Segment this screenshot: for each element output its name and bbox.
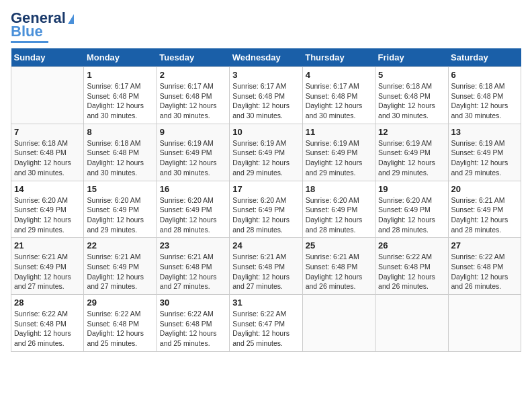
calendar-header-row: SundayMondayTuesdayWednesdayThursdayFrid… <box>11 48 521 67</box>
calendar-cell: 3Sunrise: 6:17 AM Sunset: 6:48 PM Daylig… <box>230 67 302 124</box>
day-info: Sunrise: 6:17 AM Sunset: 6:48 PM Dayligh… <box>87 81 153 121</box>
day-number: 14 <box>14 184 81 194</box>
day-number: 23 <box>160 240 226 250</box>
day-info: Sunrise: 6:21 AM Sunset: 6:48 PM Dayligh… <box>160 252 226 291</box>
calendar-cell: 24Sunrise: 6:21 AM Sunset: 6:48 PM Dayli… <box>230 238 302 295</box>
day-number: 6 <box>451 70 518 80</box>
calendar-cell: 2Sunrise: 6:17 AM Sunset: 6:48 PM Daylig… <box>157 67 229 124</box>
calendar-cell: 26Sunrise: 6:22 AM Sunset: 6:48 PM Dayli… <box>375 238 448 295</box>
day-number: 1 <box>87 70 153 80</box>
calendar-table: SundayMondayTuesdayWednesdayThursdayFrid… <box>11 48 521 352</box>
calendar-week-3: 14Sunrise: 6:20 AM Sunset: 6:49 PM Dayli… <box>11 181 521 238</box>
day-info: Sunrise: 6:21 AM Sunset: 6:48 PM Dayligh… <box>306 252 372 291</box>
header-wednesday: Wednesday <box>230 48 302 67</box>
calendar-cell: 14Sunrise: 6:20 AM Sunset: 6:49 PM Dayli… <box>11 181 84 238</box>
day-info: Sunrise: 6:19 AM Sunset: 6:49 PM Dayligh… <box>306 138 372 178</box>
calendar-cell: 28Sunrise: 6:22 AM Sunset: 6:48 PM Dayli… <box>11 295 84 352</box>
day-number: 30 <box>160 298 226 308</box>
calendar-cell: 22Sunrise: 6:21 AM Sunset: 6:49 PM Dayli… <box>84 238 157 295</box>
calendar-cell: 16Sunrise: 6:20 AM Sunset: 6:49 PM Dayli… <box>157 181 229 238</box>
day-number: 7 <box>14 127 81 137</box>
calendar-week-1: 1Sunrise: 6:17 AM Sunset: 6:48 PM Daylig… <box>11 67 521 124</box>
day-number: 2 <box>160 70 226 80</box>
day-number: 13 <box>451 127 518 137</box>
calendar-cell: 4Sunrise: 6:17 AM Sunset: 6:48 PM Daylig… <box>302 67 375 124</box>
calendar-cell <box>302 295 375 352</box>
day-number: 29 <box>87 298 153 308</box>
day-info: Sunrise: 6:22 AM Sunset: 6:48 PM Dayligh… <box>160 309 226 349</box>
day-number: 12 <box>378 127 445 137</box>
logo-underline <box>11 41 48 43</box>
calendar-cell: 17Sunrise: 6:20 AM Sunset: 6:49 PM Dayli… <box>230 181 302 238</box>
calendar-cell: 15Sunrise: 6:20 AM Sunset: 6:49 PM Dayli… <box>84 181 157 238</box>
calendar-week-2: 7Sunrise: 6:18 AM Sunset: 6:48 PM Daylig… <box>11 124 521 181</box>
day-info: Sunrise: 6:20 AM Sunset: 6:49 PM Dayligh… <box>232 195 299 235</box>
calendar-cell: 21Sunrise: 6:21 AM Sunset: 6:49 PM Dayli… <box>11 238 84 295</box>
day-number: 20 <box>451 184 518 194</box>
calendar-cell: 19Sunrise: 6:20 AM Sunset: 6:49 PM Dayli… <box>375 181 448 238</box>
header-friday: Friday <box>375 48 448 67</box>
calendar-cell: 1Sunrise: 6:17 AM Sunset: 6:48 PM Daylig… <box>84 67 157 124</box>
day-number: 28 <box>14 298 81 308</box>
day-number: 27 <box>451 240 518 250</box>
calendar-cell: 6Sunrise: 6:18 AM Sunset: 6:48 PM Daylig… <box>448 67 521 124</box>
calendar-cell: 12Sunrise: 6:19 AM Sunset: 6:49 PM Dayli… <box>375 124 448 181</box>
day-info: Sunrise: 6:21 AM Sunset: 6:49 PM Dayligh… <box>451 195 518 235</box>
day-number: 16 <box>160 184 226 194</box>
day-info: Sunrise: 6:18 AM Sunset: 6:48 PM Dayligh… <box>14 138 81 178</box>
day-info: Sunrise: 6:21 AM Sunset: 6:49 PM Dayligh… <box>14 252 81 291</box>
calendar-cell: 20Sunrise: 6:21 AM Sunset: 6:49 PM Dayli… <box>448 181 521 238</box>
day-info: Sunrise: 6:20 AM Sunset: 6:49 PM Dayligh… <box>14 195 81 235</box>
day-number: 3 <box>232 70 299 80</box>
header-monday: Monday <box>84 48 157 67</box>
header-saturday: Saturday <box>448 48 521 67</box>
header-sunday: Sunday <box>11 48 84 67</box>
calendar-cell: 18Sunrise: 6:20 AM Sunset: 6:49 PM Dayli… <box>302 181 375 238</box>
calendar-cell <box>11 67 84 124</box>
day-info: Sunrise: 6:21 AM Sunset: 6:49 PM Dayligh… <box>87 252 153 291</box>
calendar-cell: 9Sunrise: 6:19 AM Sunset: 6:49 PM Daylig… <box>157 124 229 181</box>
calendar-cell: 27Sunrise: 6:22 AM Sunset: 6:48 PM Dayli… <box>448 238 521 295</box>
day-number: 10 <box>232 127 299 137</box>
day-info: Sunrise: 6:19 AM Sunset: 6:49 PM Dayligh… <box>232 138 299 178</box>
day-number: 15 <box>87 184 153 194</box>
day-info: Sunrise: 6:21 AM Sunset: 6:48 PM Dayligh… <box>232 252 299 291</box>
day-info: Sunrise: 6:19 AM Sunset: 6:49 PM Dayligh… <box>451 138 518 178</box>
logo-blue: Blue <box>11 24 43 39</box>
logo-triangle-icon <box>68 14 74 24</box>
day-number: 8 <box>87 127 153 137</box>
page-header: General Blue <box>11 11 521 43</box>
calendar-cell: 8Sunrise: 6:18 AM Sunset: 6:48 PM Daylig… <box>84 124 157 181</box>
calendar-week-5: 28Sunrise: 6:22 AM Sunset: 6:48 PM Dayli… <box>11 295 521 352</box>
day-number: 9 <box>160 127 226 137</box>
day-info: Sunrise: 6:22 AM Sunset: 6:48 PM Dayligh… <box>14 309 81 349</box>
day-info: Sunrise: 6:17 AM Sunset: 6:48 PM Dayligh… <box>232 81 299 121</box>
day-number: 19 <box>378 184 445 194</box>
calendar-cell: 13Sunrise: 6:19 AM Sunset: 6:49 PM Dayli… <box>448 124 521 181</box>
calendar-week-4: 21Sunrise: 6:21 AM Sunset: 6:49 PM Dayli… <box>11 238 521 295</box>
calendar-cell <box>448 295 521 352</box>
calendar-cell: 31Sunrise: 6:22 AM Sunset: 6:47 PM Dayli… <box>230 295 302 352</box>
calendar-cell <box>375 295 448 352</box>
day-number: 11 <box>306 127 372 137</box>
day-number: 31 <box>232 298 299 308</box>
day-info: Sunrise: 6:18 AM Sunset: 6:48 PM Dayligh… <box>451 81 518 121</box>
logo: General Blue <box>11 11 74 43</box>
calendar-cell: 11Sunrise: 6:19 AM Sunset: 6:49 PM Dayli… <box>302 124 375 181</box>
calendar-cell: 25Sunrise: 6:21 AM Sunset: 6:48 PM Dayli… <box>302 238 375 295</box>
day-info: Sunrise: 6:18 AM Sunset: 6:48 PM Dayligh… <box>87 138 153 178</box>
day-info: Sunrise: 6:19 AM Sunset: 6:49 PM Dayligh… <box>160 138 226 178</box>
day-info: Sunrise: 6:22 AM Sunset: 6:48 PM Dayligh… <box>378 252 445 291</box>
calendar-cell: 7Sunrise: 6:18 AM Sunset: 6:48 PM Daylig… <box>11 124 84 181</box>
day-info: Sunrise: 6:19 AM Sunset: 6:49 PM Dayligh… <box>378 138 445 178</box>
day-number: 22 <box>87 240 153 250</box>
day-info: Sunrise: 6:18 AM Sunset: 6:48 PM Dayligh… <box>378 81 445 121</box>
day-info: Sunrise: 6:20 AM Sunset: 6:49 PM Dayligh… <box>306 195 372 235</box>
day-info: Sunrise: 6:22 AM Sunset: 6:48 PM Dayligh… <box>451 252 518 291</box>
day-number: 24 <box>232 240 299 250</box>
day-number: 26 <box>378 240 445 250</box>
calendar-cell: 30Sunrise: 6:22 AM Sunset: 6:48 PM Dayli… <box>157 295 229 352</box>
day-info: Sunrise: 6:22 AM Sunset: 6:47 PM Dayligh… <box>232 309 299 349</box>
calendar-cell: 5Sunrise: 6:18 AM Sunset: 6:48 PM Daylig… <box>375 67 448 124</box>
header-thursday: Thursday <box>302 48 375 67</box>
